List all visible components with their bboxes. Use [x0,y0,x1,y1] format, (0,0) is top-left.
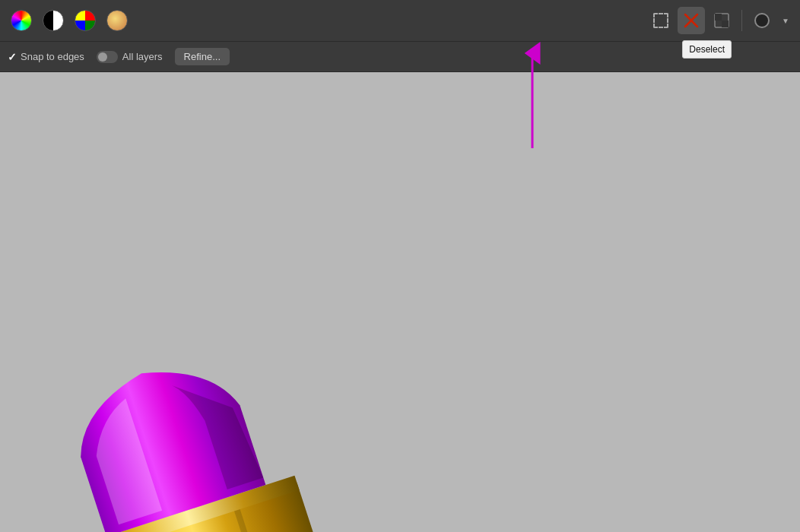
all-layers-toggle[interactable]: All layers [97,51,163,63]
lasso-icon [684,13,699,28]
fill-color-button[interactable] [748,7,776,34]
all-layers-switch[interactable] [97,51,118,63]
lipstick-image [0,72,800,532]
marquee-icon [653,13,668,28]
toolbar-divider [741,10,742,31]
magic-wand-button[interactable] [708,7,735,34]
contrast-icon [43,10,64,31]
warm-icon [106,10,128,31]
toolbar-left [8,7,131,34]
svg-rect-3 [715,14,722,21]
snap-checkmark-icon: ✓ [8,51,17,63]
svg-rect-4 [722,21,729,27]
toolbar-right: ▼ Deselect [647,7,792,34]
toolbar-row1: ▼ Deselect [0,0,800,42]
snap-to-edges-checkbox[interactable]: ✓ Snap to edges [8,51,84,63]
all-layers-label: All layers [122,51,163,62]
lasso-select-button[interactable] [678,7,705,34]
color-wheel-button[interactable] [8,7,35,34]
multicolor-icon [75,10,96,31]
marquee-select-button[interactable] [647,7,675,34]
warm-button[interactable] [103,7,131,34]
magic-wand-icon [714,13,729,28]
snap-to-edges-label: Snap to edges [21,51,84,62]
refine-button[interactable]: Refine... [175,48,230,65]
color-dropdown-button[interactable]: ▼ [779,7,792,34]
contrast-button[interactable] [40,7,67,34]
multicolor-button[interactable] [71,7,99,34]
color-wheel-icon [11,10,32,31]
dropdown-arrow-icon: ▼ [782,17,789,25]
fill-color-icon [754,13,770,28]
toolbar-row2: ✓ Snap to edges All layers Refine... [0,42,800,72]
canvas-area [0,72,800,532]
